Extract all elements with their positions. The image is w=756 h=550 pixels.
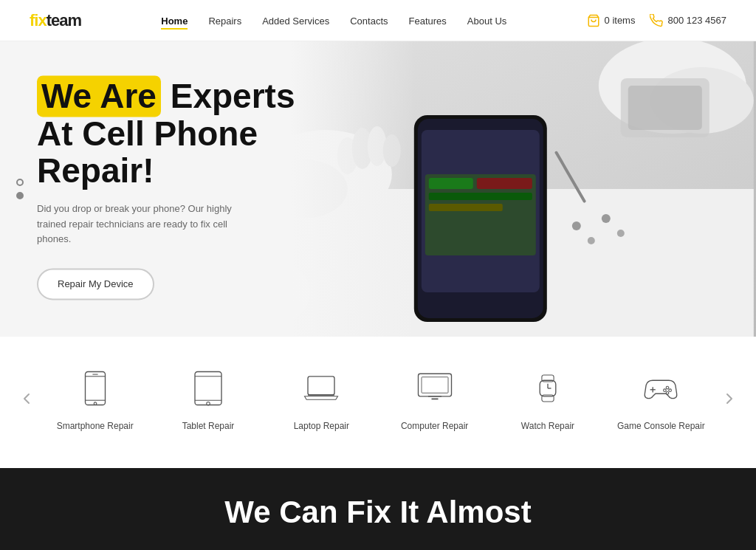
hero-dot-2[interactable] [16,192,24,199]
hero-dot-1[interactable] [16,179,24,186]
navbar: fixteam Home Repairs Added Services Cont… [0,0,756,41]
phone-number: 800 123 4567 [667,15,726,26]
svg-rect-8 [477,178,532,189]
services-next-arrow[interactable] [718,387,741,410]
hero-title: We Are Experts At Cell Phone Repair! [37,78,295,190]
hero-section: We Are Experts At Cell Phone Repair! Did… [0,41,756,337]
chevron-left-icon [23,393,30,405]
service-label-laptop: Laptop Repair [294,421,349,431]
nav-features[interactable]: Features [409,14,447,27]
smartphone-icon-wrapper [73,366,117,410]
service-label-smartphone: Smartphone Repair [57,421,134,431]
svg-rect-7 [429,178,473,189]
nav-about-us[interactable]: About Us [467,14,506,27]
watch-icon [528,368,568,408]
phone-icon [650,14,663,27]
hero-dots [16,179,24,199]
cart-icon [587,14,600,27]
nav-contacts[interactable]: Contacts [350,14,388,27]
service-item-laptop[interactable]: Laptop Repair [265,366,378,431]
services-items: Smartphone Repair Tablet Repair [38,366,718,431]
svg-point-29 [94,402,97,405]
service-label-computer: Computer Repair [401,421,468,431]
services-prev-arrow[interactable] [15,387,38,410]
brand-fix: fix [30,11,47,30]
service-item-gamepad[interactable]: Game Console Repair [605,366,718,431]
service-label-tablet: Tablet Repair [182,421,235,431]
svg-rect-25 [628,86,702,130]
dark-section: We Can Fix It Almost [0,468,756,550]
svg-rect-10 [429,204,503,211]
laptop-icon [301,368,341,408]
svg-point-49 [669,389,672,392]
svg-point-21 [602,214,611,223]
nav-links: Home Repairs Added Services Contacts Fea… [161,14,506,27]
tablet-icon-wrapper [186,366,230,410]
nav-added-services[interactable]: Added Services [262,14,329,27]
dark-section-title: We Can Fix It Almost [224,495,531,530]
chevron-right-icon [726,393,733,405]
svg-rect-40 [422,377,448,393]
svg-point-22 [617,230,625,237]
cart-count: 0 items [605,15,636,26]
hero-subtitle: Did you drop or break your phone? Our hi… [37,202,244,247]
smartphone-icon [75,368,115,408]
svg-point-51 [666,392,669,395]
svg-point-20 [588,237,595,244]
nav-home[interactable]: Home [161,14,188,27]
services-row: Smartphone Repair Tablet Repair [15,366,741,431]
service-item-computer[interactable]: Computer Repair [378,366,491,431]
cart-area[interactable]: 0 items [587,14,636,27]
phone-area[interactable]: 800 123 4567 [650,14,726,27]
service-label-gamepad: Game Console Repair [617,421,705,431]
hero-title-highlight: We Are [37,75,161,117]
navbar-right: 0 items 800 123 4567 [587,14,726,27]
svg-rect-35 [308,377,334,395]
services-section: Smartphone Repair Tablet Repair [0,337,756,468]
computer-icon-wrapper [413,366,457,410]
gamepad-icon [641,368,681,408]
laptop-icon-wrapper [299,366,343,410]
service-item-smartphone[interactable]: Smartphone Repair [38,366,151,431]
service-label-watch: Watch Repair [521,421,574,431]
svg-rect-9 [429,193,532,200]
service-item-tablet[interactable]: Tablet Repair [151,366,264,431]
service-item-watch[interactable]: Watch Repair [491,366,604,431]
brand-logo[interactable]: fixteam [30,11,81,30]
computer-icon [415,368,455,408]
hero-content: We Are Experts At Cell Phone Repair! Did… [37,78,295,300]
watch-icon-wrapper [526,366,570,410]
brand-team: team [47,11,81,30]
svg-point-19 [572,221,581,230]
svg-point-48 [666,386,669,389]
svg-point-50 [664,389,667,392]
gamepad-icon-wrapper [639,366,683,410]
nav-repairs[interactable]: Repairs [208,14,241,27]
repair-cta-button[interactable]: Repair My Device [37,269,154,300]
tablet-icon [188,368,228,408]
